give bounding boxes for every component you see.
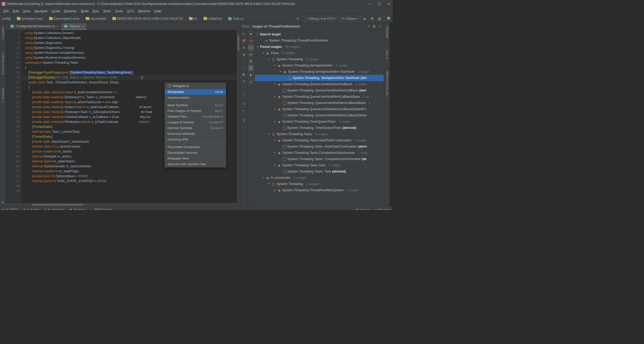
twisty-icon[interactable]: ▼ — [273, 83, 276, 85]
left-rail-item-0[interactable]: 1: Explorer — [1, 25, 4, 41]
run-config-dropdown[interactable]: ⬚Debug | Any CPU▾ — [303, 16, 338, 22]
checkbox-icon[interactable] — [283, 114, 286, 117]
tree-node[interactable]: ▼◆System.Threading.Tasks.CompletionActio… — [255, 150, 384, 156]
search-icon[interactable]: 🔍 — [386, 16, 392, 21]
menu-tools[interactable]: Tools — [113, 8, 125, 14]
tree-node[interactable]: System.Threading. SemaphoreSlim.TaskNode… — [255, 75, 384, 81]
crumb-2[interactable]: DecompilerCache〉 — [48, 17, 85, 21]
tool-6-todo[interactable]: ≣6: TODO — [2, 208, 18, 210]
right-rail-item-1[interactable]: 3: Find — [385, 49, 388, 60]
menu-item-derived-symbols[interactable]: Derived SymbolsCtrl+Alt+B — [165, 125, 226, 131]
checkbox-icon[interactable] — [283, 126, 286, 130]
menu-tests[interactable]: Tests — [101, 8, 113, 14]
menu-window[interactable]: Window — [136, 8, 152, 14]
search-target-item[interactable]: ⊶ System.Threading.IThreadPoolWorkItem — [255, 37, 384, 44]
found-usages-head[interactable]: ▼ Found usages 38 usages — [255, 44, 384, 50]
menu-item-extension-methods[interactable]: Extension Methods — [165, 131, 226, 137]
scrollbar-horizontal[interactable] — [6, 203, 240, 206]
usages-tree[interactable]: ▼ Search target ⊶ System.Threading.IThre… — [255, 30, 384, 206]
tree-node[interactable]: System.Threading. QueueUserWorkItemCallb… — [255, 112, 384, 118]
crumb-3[interactable]: decompiler〉 — [85, 17, 111, 21]
twisty-icon[interactable]: ▼ — [273, 64, 276, 67]
menu-vcs[interactable]: VCS — [125, 8, 136, 14]
tree-node[interactable]: ▼{}System.Threading.Tasks 3 usages — [255, 131, 384, 137]
up-icon[interactable]: ↑ — [241, 58, 246, 64]
down-icon[interactable]: ↓ — [241, 65, 246, 71]
expand-icon[interactable]: ⇲ — [241, 51, 246, 57]
menu-item-metadata-view[interactable]: Metadata View — [165, 156, 226, 161]
checkbox-icon[interactable] — [289, 76, 292, 80]
twisty-icon[interactable]: ▼ — [256, 33, 259, 36]
twisty-icon[interactable]: ▼ — [273, 151, 276, 154]
tree-node[interactable]: System.Threading.Tasks. CompletionAction… — [255, 156, 384, 162]
tree-node[interactable]: System.Threading. QueueUserWorkItemCallb… — [255, 87, 384, 94]
group-class-icon[interactable]: ◆ — [248, 72, 254, 77]
close-tab-icon[interactable]: ✕ — [82, 25, 84, 28]
close-tab-icon[interactable]: ✕ — [368, 25, 370, 28]
crumb-6[interactable]: 1fd9e51d〉 — [203, 17, 227, 21]
checkbox-icon[interactable] — [283, 145, 286, 148]
export-icon[interactable]: ↗ — [241, 78, 246, 84]
twisty-icon[interactable]: ▼ — [268, 183, 270, 185]
menu-refactor[interactable]: Refactor — [62, 8, 79, 14]
sort-icon[interactable]: ↕ — [241, 91, 246, 97]
crumb-0[interactable]: config〉 — [1, 17, 16, 21]
run-icon[interactable]: ▶ — [362, 16, 367, 21]
menu-file[interactable]: File — [2, 8, 11, 14]
debug-icon[interactable]: 🪲 — [370, 16, 375, 21]
group-csharp-icon[interactable]: C# — [248, 45, 254, 50]
twisty-icon[interactable]: ▼ — [273, 95, 276, 98]
target-dropdown[interactable]: ⟲Default▾ — [340, 16, 360, 22]
group-folder-icon[interactable]: 🗀 — [248, 38, 254, 44]
menu-view[interactable]: View — [21, 8, 32, 14]
menu-build[interactable]: Build — [79, 8, 90, 14]
menu-item-base-symbols[interactable]: Base SymbolsCtrl+U — [165, 102, 226, 108]
build-hammer-icon[interactable]: ⚒ — [295, 16, 300, 21]
crumb-1[interactable]: resharper-host〉 — [16, 17, 48, 21]
tree-node[interactable]: ▼◆System.Threading.QueueUserWorkItemCall… — [255, 106, 384, 112]
left-rail-item-1[interactable]: Errors in Solution — [1, 52, 4, 76]
menu-item-sources-from-symbol-files[interactable]: Sources from Symbol Files — [165, 161, 226, 167]
tab-ConfigurationExtensions.cs[interactable]: C#ConfigurationExtensions.cs✕ — [8, 23, 61, 30]
checkbox-icon[interactable] — [283, 157, 286, 161]
tool-structure[interactable]: ≡Structure — [375, 208, 391, 210]
tree-node[interactable]: ▼◆System.Threading.TimerQueueTimer 1 usa… — [255, 118, 384, 125]
tree-node[interactable]: ▼◆System.Threading.SemaphoreSlim 1 usage — [255, 62, 384, 69]
menu-help[interactable]: Help — [152, 8, 163, 14]
menu-run[interactable]: Run — [91, 8, 101, 14]
tree-node[interactable]: ▼◆System.Threading.QueueUserWorkItemCall… — [255, 94, 384, 100]
gear-icon[interactable]: ⚙ — [373, 24, 376, 28]
menu-item-decompiled-sources[interactable]: Decompiled Sources — [165, 150, 226, 156]
tree-node[interactable]: ▼◆System.Threading.Tasks.AwaitTaskContin… — [255, 137, 384, 143]
tree-node[interactable]: ▼◆System.Threading.Tasks.Task 1 usage — [255, 162, 384, 168]
twisty-icon[interactable]: ▼ — [273, 164, 276, 167]
rerun-icon[interactable]: ⟳ — [241, 31, 246, 37]
menu-item-parameter-declaration[interactable]: Parameter Declaration — [165, 144, 226, 150]
filter-icon[interactable]: ▼ — [248, 31, 254, 37]
merge-in-icon[interactable]: ⇥ — [241, 101, 246, 107]
menu-navigate[interactable]: Navigate — [32, 8, 49, 14]
tree-node[interactable]: ▼◆System.Threading.SemaphoreSlim+TaskNod… — [255, 69, 384, 75]
scrollbar-vertical[interactable] — [237, 30, 240, 203]
menu-item-declaration[interactable]: DeclarationCtrl+B — [165, 89, 226, 95]
group-project-icon[interactable]: 🗁 — [248, 51, 254, 57]
checkbox-icon[interactable] — [283, 89, 286, 92]
twisty-icon[interactable]: ▼ — [262, 52, 265, 54]
group-braces-icon[interactable]: {} — [248, 65, 254, 71]
menu-code[interactable]: Code — [50, 8, 62, 14]
close-tab-icon[interactable]: ✕ — [56, 25, 59, 28]
tool-8-unit-tests[interactable]: ⊙8: Unit Tests — [44, 208, 65, 210]
tree-node[interactable]: ▼◆Class 8 usages — [255, 50, 384, 56]
menu-item-usages-of-symbol[interactable]: Usages of SymbolCtrl+Alt+F7 — [165, 120, 226, 125]
tool-rest-client[interactable]: ☁REST Client — [90, 208, 112, 210]
maximize-button[interactable]: ☐ — [377, 2, 382, 6]
tree-node[interactable]: System.Threading.Tasks. AwaitTaskContinu… — [255, 143, 384, 150]
tree-node[interactable]: System.Threading.Tasks. Task (derived) — [255, 168, 384, 175]
settings2-icon[interactable]: ⚙ — [241, 72, 246, 77]
checkbox-icon[interactable] — [283, 170, 286, 173]
group-file-icon[interactable]: 🗎 — [248, 58, 254, 64]
twisty-icon[interactable]: ▼ — [279, 70, 282, 73]
checkbox-icon[interactable] — [283, 101, 286, 105]
tree-node[interactable]: ▼◆In constructor 2 usages — [255, 175, 384, 181]
menu-item-implementation[interactable]: Implementation — [165, 95, 226, 101]
